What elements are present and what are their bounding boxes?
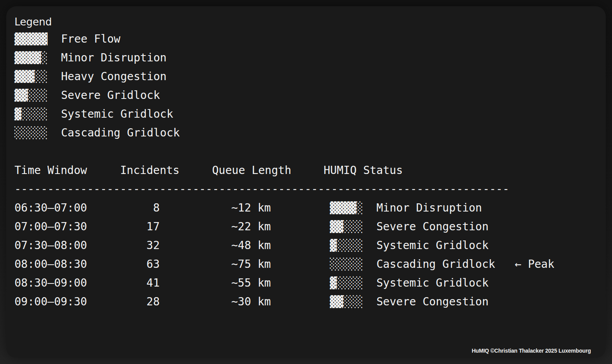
legend-item: ▓▓▓▓░ Minor Disruption [14,48,606,67]
queue-length-cell: ~55 km [231,274,274,292]
column-header-time-window: Time Window [14,161,120,180]
time-window-cell: 08:00—08:30 [14,255,120,274]
systemic-gridlock-swatch-icon: ▓░░░░ [14,105,48,124]
heavy-congestion-swatch-icon: ▓▓▓░░ [14,67,48,86]
severe-gridlock-swatch-icon: ▓▓░░░ [14,86,48,105]
minor-disruption-swatch-icon: ▓▓▓▓░ [14,48,48,67]
report-panel: Legend ▓▓▓▓▓ Free Flow ▓▓▓▓░ Minor Disru… [6,6,606,358]
status-swatch-icon: ░░░░░ [330,255,363,274]
legend-item-label: Severe Gridlock [61,86,160,105]
status-label: Systemic Gridlock [376,236,489,255]
legend-item: ░░░░░ Cascading Gridlock [14,124,606,142]
time-window-cell: 07:30—08:00 [14,236,120,255]
status-label: Minor Disruption [376,199,482,217]
status-swatch-icon: ▓░░░░ [330,274,363,292]
cascading-gridlock-swatch-icon: ░░░░░ [14,124,48,142]
legend-item-label: Systemic Gridlock [61,105,173,124]
status-label: Systemic Gridlock [376,274,489,292]
status-swatch-icon: ▓▓░░░ [330,292,363,311]
table-row: 09:00—09:30 28 ~30 km ▓▓░░░ Severe Conge… [14,292,606,311]
copyright-credit: HuMIQ ©Christian Thalacker 2025 Luxembou… [472,348,591,354]
legend-item: ▓░░░░ Systemic Gridlock [14,105,606,124]
table-divider: ----------------------------------------… [14,180,606,199]
incidents-cell: 32 [120,236,160,255]
table-row: 08:00—08:30 63 ~75 km ░░░░░ Cascading Gr… [14,255,606,274]
free-flow-swatch-icon: ▓▓▓▓▓ [14,30,48,48]
status-swatch-icon: ▓▓░░░ [330,217,363,236]
time-window-cell: 09:00—09:30 [14,292,120,311]
queue-length-cell: ~30 km [231,292,274,311]
report-content: Legend ▓▓▓▓▓ Free Flow ▓▓▓▓░ Minor Disru… [14,6,606,311]
column-header-queue-length: Queue Length [212,161,324,180]
status-swatch-icon: ▓▓▓▓░ [330,199,363,217]
peak-annotation: ← Peak [515,255,554,274]
incidents-cell: 17 [120,217,160,236]
time-window-cell: 06:30—07:00 [14,199,120,217]
legend-item-label: Heavy Congestion [61,67,167,86]
status-label: Severe Congestion [376,292,489,311]
status-label: Severe Congestion [376,217,489,236]
status-table: Time Window Incidents Queue Length HUMIQ… [14,161,606,311]
table-header-row: Time Window Incidents Queue Length HUMIQ… [14,161,606,180]
column-header-humiq-status: HUMIQ Status [324,161,403,180]
incidents-cell: 41 [120,274,160,292]
queue-length-cell: ~12 km [231,199,274,217]
table-row: 08:30—09:00 41 ~55 km ▓░░░░ Systemic Gri… [14,274,606,292]
legend-item: ▓▓▓▓▓ Free Flow [14,30,606,48]
status-label: Cascading Gridlock [376,255,495,274]
incidents-cell: 63 [120,255,160,274]
time-window-cell: 07:00—07:30 [14,217,120,236]
queue-length-cell: ~22 km [231,217,274,236]
column-header-incidents: Incidents [120,161,212,180]
queue-length-cell: ~48 km [231,236,274,255]
status-swatch-icon: ▓░░░░ [330,236,363,255]
incidents-cell: 8 [120,199,160,217]
legend: ▓▓▓▓▓ Free Flow ▓▓▓▓░ Minor Disruption ▓… [14,30,606,142]
legend-title: Legend [14,14,606,30]
legend-item-label: Cascading Gridlock [61,124,180,142]
legend-item-label: Minor Disruption [61,48,167,67]
legend-item: ▓▓▓░░ Heavy Congestion [14,67,606,86]
incidents-cell: 28 [120,292,160,311]
legend-item-label: Free Flow [61,30,121,48]
table-row: 06:30—07:00 8 ~12 km ▓▓▓▓░ Minor Disrupt… [14,199,606,217]
time-window-cell: 08:30—09:00 [14,274,120,292]
table-row: 07:00—07:30 17 ~22 km ▓▓░░░ Severe Conge… [14,217,606,236]
queue-length-cell: ~75 km [231,255,274,274]
legend-item: ▓▓░░░ Severe Gridlock [14,86,606,105]
table-row: 07:30—08:00 32 ~48 km ▓░░░░ Systemic Gri… [14,236,606,255]
